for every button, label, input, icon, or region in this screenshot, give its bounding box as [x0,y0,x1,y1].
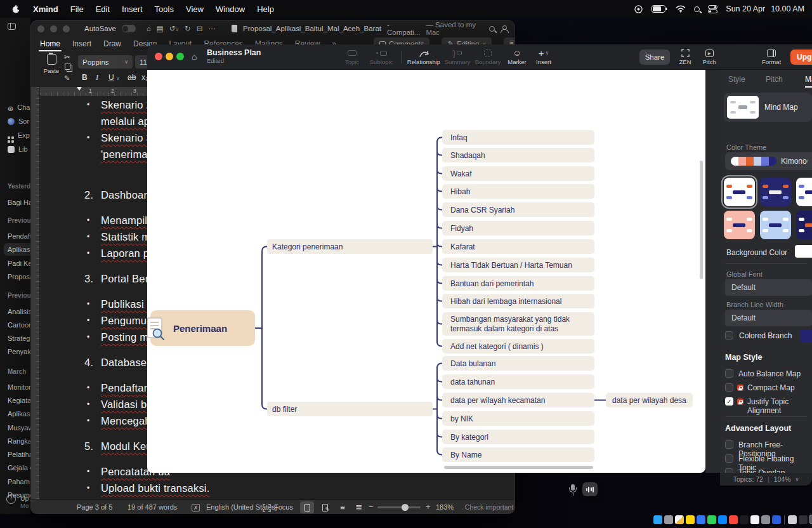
global-font-select[interactable]: Default [725,279,812,296]
colored-branch-checkbox[interactable] [725,331,733,340]
sheet-structure-card[interactable]: Mind Map [724,93,812,122]
subtopic-node[interactable]: Add net kategori ( dinamis ) [442,339,594,353]
italic-button[interactable]: I [96,73,98,82]
compact-map-checkbox[interactable] [725,383,733,392]
xmind-doc-title-block[interactable]: Business Plan Edited [207,48,261,64]
home-button-icon[interactable]: ⌂ [147,25,151,32]
sidebar-chat-item[interactable]: Paham A [8,476,30,487]
menu-insert[interactable]: Insert [122,4,143,14]
branch-line-width-select[interactable]: Default [725,310,812,326]
sidebar-chat-item[interactable]: Cartoon [8,319,30,331]
dock-icon[interactable] [686,515,695,524]
subtopic-node[interactable]: Data bulanan [442,356,594,371]
vertical-scrollbar[interactable] [700,161,703,279]
sidebar-chat-item[interactable]: Bagi Has [8,197,30,208]
font-name-select[interactable]: Poppins∨ [78,55,133,69]
xmind-close-button[interactable] [155,53,162,60]
menu-clock-date[interactable]: Sun 20 Apr [726,4,765,13]
proofing-icon[interactable]: ✗ [192,504,200,512]
subtopic-node[interactable]: Harta Tidak Bertuan / Harta Temuan [442,258,594,272]
subtopic-node[interactable]: Hibah dari lembaga internasional [442,294,594,308]
subtopic-node[interactable]: data per wilayah desa [606,393,693,407]
sidebar-chat-item[interactable]: Gejala [8,462,30,473]
menu-app-name[interactable]: Xmind [33,4,58,14]
insert-tool[interactable]: +∨Insert [529,48,558,65]
spotlight-search-icon[interactable] [694,6,700,12]
relationship-tool[interactable]: Relationship [406,48,442,65]
save-icon[interactable]: ▤ [157,24,164,33]
cut-icon[interactable]: ✂ [64,53,70,62]
menu-view[interactable]: View [186,4,204,14]
theme-card[interactable] [724,211,755,239]
undo-icon[interactable]: ↺∨ [169,24,180,33]
screen-record-icon[interactable] [634,4,643,14]
theme-card-selected[interactable] [724,178,755,206]
menu-file[interactable]: File [70,4,84,14]
xmind-minimize-button[interactable] [166,53,173,60]
page-indicator[interactable]: Page 3 of 5 [77,503,112,511]
menu-tools[interactable]: Tools [155,4,174,14]
subtopic-node[interactable]: Wakaf [442,166,594,181]
menu-edit[interactable]: Edit [96,4,110,14]
word-close-button[interactable] [37,25,44,32]
word-search-icon[interactable] [489,26,495,32]
subtopic-node[interactable]: data per wilayah kecamatan [442,393,594,407]
focus-icon[interactable] [263,504,271,513]
web-layout-view-button[interactable]: ✎ [318,501,332,513]
sidebar-item-explore[interactable]: Exp [8,129,30,141]
tab-style[interactable]: Style [728,75,745,84]
word-count[interactable]: 19 of 487 words [128,503,177,511]
zoom-out-button[interactable]: − [369,502,374,512]
horizontal-scrollbar[interactable] [444,466,593,469]
zoom-slider-track[interactable] [377,506,421,508]
tab-draw[interactable]: Draw [103,39,121,48]
word-minimize-button[interactable] [50,25,57,32]
menu-clock-time[interactable]: 10.00 AM [771,4,804,13]
more-commands-icon[interactable]: ⋯ [208,24,216,33]
copy-icon[interactable] [65,63,70,70]
branch-free-positioning-checkbox[interactable] [725,440,733,449]
dock-icon[interactable] [697,515,705,524]
theme-card[interactable] [796,178,812,206]
sidebar-item-chatgpt[interactable]: ⊛Cha [8,102,30,113]
sidebar-chat-item[interactable]: Aplikasi [8,408,30,419]
sidebar-chat-item[interactable]: Pelatiha [8,449,30,460]
microphone-icon[interactable] [568,484,577,496]
dock-icon[interactable] [799,515,808,524]
color-theme-dropdown[interactable]: Kimono ∨ [725,152,812,170]
menu-window[interactable]: Window [216,4,245,14]
dock-icon[interactable] [707,515,716,524]
subtopic-node[interactable]: by NIK [442,411,594,426]
sidebar-item-sora[interactable]: Sor [8,116,29,127]
outline-view-button[interactable]: ≡ [336,501,350,513]
subtopic-node[interactable]: Bantuan dari pemerintah [442,276,594,291]
dictation-button[interactable] [582,482,598,496]
wifi-icon[interactable] [676,5,686,13]
sidebar-chat-item[interactable]: Rangkai [8,435,30,447]
dock-icon[interactable] [788,515,797,524]
subtopic-node[interactable]: Infaq [442,130,594,145]
canvas-zoom-level[interactable]: 104% [774,475,791,483]
tab-pitch[interactable]: Pitch [766,75,783,84]
autosave-toggle[interactable] [122,25,136,32]
auto-balance-checkbox[interactable] [725,369,733,378]
underline-chevron[interactable]: ∨ [116,76,120,81]
xmind-share-button[interactable]: Share [639,50,670,65]
sidebar-chat-item[interactable]: Strategi [8,333,30,344]
sidebar-chat-item[interactable]: Proposa [8,271,30,282]
branch-topic[interactable]: Kategori penerimaan [267,239,433,254]
draft-view-button[interactable]: ≣ [352,501,366,513]
subtopic-node[interactable]: Hibah [442,184,594,199]
zoom-in-button[interactable]: + [426,502,431,512]
subtopic-node[interactable]: Shadaqah [442,148,594,162]
sidebar-chat-item-active[interactable]: Aplikasi [8,244,30,255]
tab-map-active[interactable]: Map [805,75,812,84]
sidebar-chat-item[interactable]: Analisis [8,306,30,317]
sidebar-chat-item[interactable]: Kegiatan [8,395,30,406]
paste-button[interactable]: Paste [40,54,63,74]
word-zoom-button[interactable] [63,25,70,32]
sidebar-chat-item[interactable]: Pendafta [8,230,30,242]
word-share-profile-icon[interactable] [501,25,508,32]
indent-marker[interactable] [77,87,82,91]
xmind-home-icon[interactable]: ⌂ [192,51,197,62]
